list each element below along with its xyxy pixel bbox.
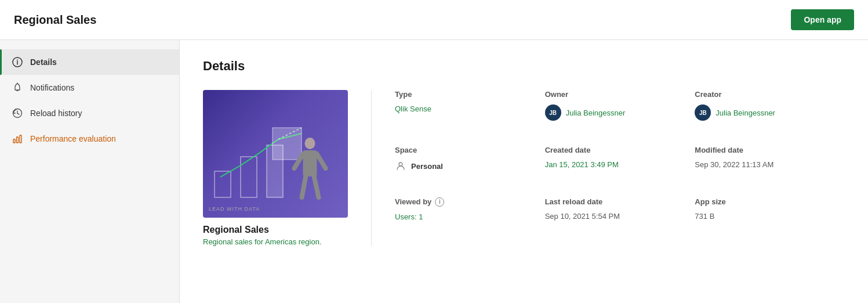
owner-row: JB Julia Beingessner <box>545 104 695 121</box>
header: Regional Sales Open app <box>0 0 868 40</box>
svg-point-2 <box>17 60 18 61</box>
app-name: Regional Sales <box>203 225 348 235</box>
viewed-by-value: Users: 1 <box>395 212 545 221</box>
sidebar: Details Notifications Rel <box>0 40 180 303</box>
main-layout: Details Notifications Rel <box>0 40 868 303</box>
svg-line-14 <box>295 154 303 168</box>
space-label: Space <box>395 146 545 154</box>
type-value[interactable]: Qlik Sense <box>395 104 545 113</box>
thumbnail-label: LEAD WITH DATA <box>209 206 260 212</box>
creator-label: Creator <box>695 90 845 99</box>
created-date-value: Jan 15, 2021 3:49 PM <box>545 160 695 169</box>
creator-block: Creator JB Julia Beingessner <box>695 90 845 146</box>
details-body: LEAD WITH DATA Regional Sales Regional s… <box>203 90 845 246</box>
type-label: Type <box>395 90 545 99</box>
details-section-title: Details <box>203 59 845 74</box>
sidebar-item-details[interactable]: Details <box>0 49 179 75</box>
created-date-label: Created date <box>545 146 695 154</box>
info-icon-viewed[interactable]: i <box>435 197 444 207</box>
viewed-by-label-row: Viewed by i <box>395 197 545 207</box>
open-app-button[interactable]: Open app <box>791 9 854 30</box>
viewed-by-label: Viewed by <box>395 197 431 206</box>
svg-rect-9 <box>241 157 257 197</box>
owner-name[interactable]: Julia Beingessner <box>566 109 626 117</box>
owner-block: Owner JB Julia Beingessner <box>545 90 695 146</box>
last-reload-value: Sep 10, 2021 5:54 PM <box>545 212 695 221</box>
svg-line-17 <box>314 176 319 197</box>
creator-avatar: JB <box>695 104 711 121</box>
person-icon <box>395 160 406 172</box>
info-icon <box>12 56 23 68</box>
person-illustration <box>290 136 331 206</box>
sidebar-item-performance-evaluation-label: Performance evaluation <box>30 134 116 143</box>
svg-line-16 <box>302 176 306 197</box>
details-grid: Type Qlik Sense Owner JB Julia Beingessn… <box>371 90 845 246</box>
chart-bar-icon <box>12 133 23 145</box>
app-thumbnail-section: LEAD WITH DATA Regional Sales Regional s… <box>203 90 348 246</box>
svg-point-12 <box>305 138 315 149</box>
app-description: Regional sales for Americas region. <box>203 237 348 246</box>
sidebar-item-performance-evaluation[interactable]: Performance evaluation <box>0 126 179 152</box>
thumbnail-image: LEAD WITH DATA <box>203 90 348 218</box>
created-date-block: Created date Jan 15, 2021 3:49 PM <box>545 146 695 197</box>
sidebar-item-reload-history[interactable]: Reload history <box>0 100 179 126</box>
svg-line-15 <box>317 154 326 168</box>
svg-rect-5 <box>13 139 15 143</box>
modified-date-label: Modified date <box>695 146 845 154</box>
viewed-by-block: Viewed by i Users: 1 <box>395 197 545 246</box>
app-size-label: App size <box>695 197 845 206</box>
clock-icon <box>12 107 23 119</box>
creator-row: JB Julia Beingessner <box>695 104 845 121</box>
svg-point-18 <box>399 163 402 166</box>
creator-name[interactable]: Julia Beingessner <box>716 109 775 117</box>
last-reload-block: Last reload date Sep 10, 2021 5:54 PM <box>545 197 695 246</box>
modified-date-block: Modified date Sep 30, 2022 11:13 AM <box>695 146 845 197</box>
sidebar-item-notifications-label: Notifications <box>30 83 74 92</box>
svg-rect-7 <box>20 135 21 143</box>
owner-avatar: JB <box>545 104 561 121</box>
page-title: Regional Sales <box>14 13 96 27</box>
app-size-block: App size 731 B <box>695 197 845 246</box>
svg-rect-6 <box>17 137 19 143</box>
sidebar-item-details-label: Details <box>30 57 57 67</box>
space-block: Space Personal <box>395 146 545 197</box>
modified-date-value: Sep 30, 2022 11:13 AM <box>695 160 845 169</box>
sidebar-item-notifications[interactable]: Notifications <box>0 75 179 100</box>
space-row: Personal <box>395 160 545 172</box>
space-value: Personal <box>411 162 443 171</box>
bell-icon <box>12 82 23 93</box>
sidebar-item-reload-history-label: Reload history <box>30 109 82 118</box>
owner-label: Owner <box>545 90 695 99</box>
app-size-value: 731 B <box>695 212 845 221</box>
last-reload-label: Last reload date <box>545 197 695 206</box>
type-block: Type Qlik Sense <box>395 90 545 146</box>
content-area: Details <box>180 40 868 303</box>
